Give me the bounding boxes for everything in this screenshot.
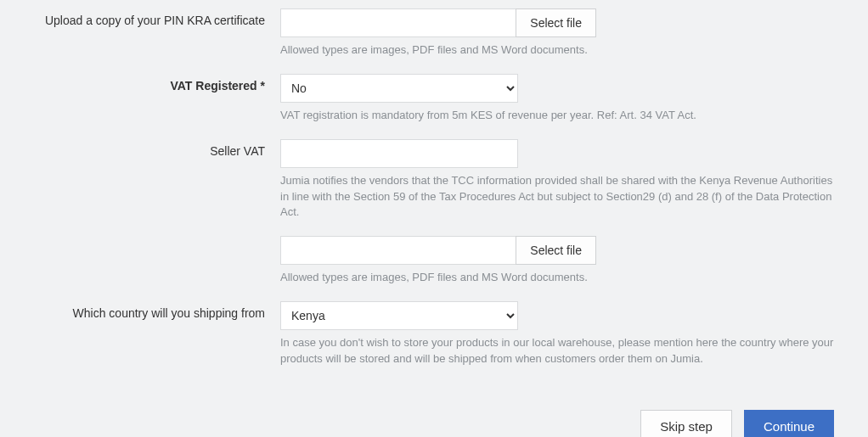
- row-seller-vat: Seller VAT Jumia notifies the vendors th…: [25, 139, 843, 221]
- ship-country-hint: In case you don't wish to store your pro…: [280, 335, 841, 367]
- row-seller-vat-upload: Select file Allowed types are images, PD…: [25, 236, 843, 286]
- pin-cert-file-picker: Select file: [280, 8, 596, 37]
- ship-country-select[interactable]: Kenya: [280, 301, 518, 330]
- label-ship-country: Which country will you shipping from: [25, 301, 280, 320]
- label-pin-cert: Upload a copy of your PIN KRA certificat…: [25, 8, 280, 27]
- pin-cert-select-file-button[interactable]: Select file: [516, 8, 596, 37]
- seller-vat-input[interactable]: [280, 139, 518, 168]
- label-vat-registered: VAT Registered *: [25, 74, 280, 92]
- row-vat-registered: VAT Registered * No VAT registration is …: [25, 74, 843, 124]
- seller-vat-hint: Jumia notifies the vendors that the TCC …: [280, 173, 841, 221]
- pin-cert-hint: Allowed types are images, PDF files and …: [280, 42, 841, 59]
- seller-vat-file-picker: Select file: [280, 236, 596, 265]
- business-details-form: Upload a copy of your PIN KRA certificat…: [0, 0, 868, 437]
- row-pin-cert: Upload a copy of your PIN KRA certificat…: [25, 8, 843, 59]
- continue-button[interactable]: Continue: [744, 410, 834, 437]
- pin-cert-file-name: [280, 8, 516, 37]
- seller-vat-select-file-button[interactable]: Select file: [516, 236, 596, 265]
- row-ship-country: Which country will you shipping from Ken…: [25, 301, 843, 367]
- vat-registered-hint: VAT registration is mandatory from 5m KE…: [280, 108, 841, 124]
- seller-vat-upload-hint: Allowed types are images, PDF files and …: [280, 270, 841, 286]
- form-actions: Skip step Continue: [25, 410, 843, 437]
- seller-vat-file-name: [280, 236, 516, 265]
- skip-step-button[interactable]: Skip step: [640, 410, 732, 437]
- vat-registered-select[interactable]: No: [280, 74, 518, 103]
- label-seller-vat: Seller VAT: [25, 139, 280, 158]
